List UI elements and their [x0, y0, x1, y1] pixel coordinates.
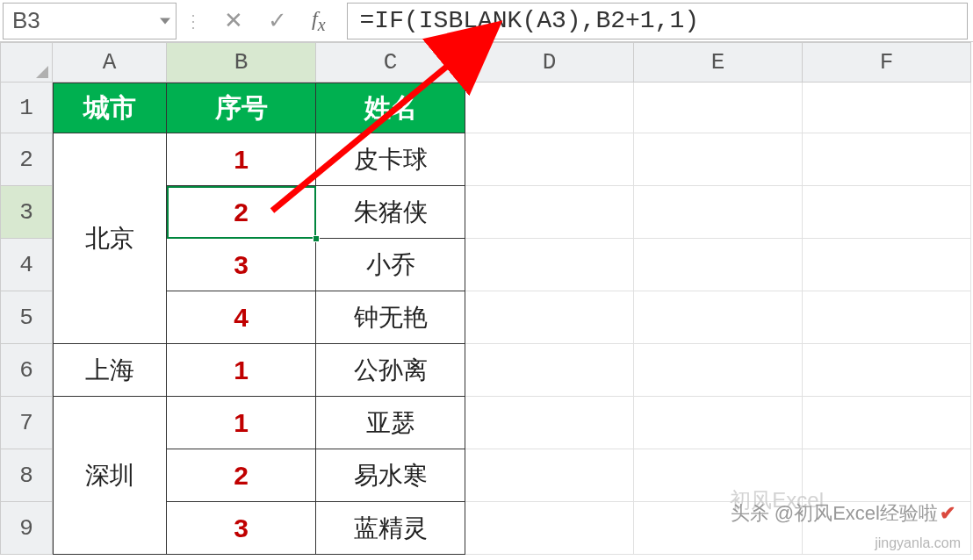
cell-D8[interactable] — [465, 449, 634, 502]
cell-E1[interactable] — [634, 83, 803, 133]
separator-dots: ⋮ — [177, 11, 212, 32]
cell-F4[interactable] — [803, 239, 971, 291]
cell-C2[interactable]: 皮卡球 — [316, 133, 465, 186]
cell-C5[interactable]: 钟无艳 — [316, 291, 465, 344]
cell-B8[interactable]: 2 — [167, 449, 316, 502]
enter-icon[interactable]: ✓ — [268, 7, 287, 34]
row-header-6[interactable]: 6 — [0, 344, 53, 397]
cell-A7-merged[interactable]: 深圳 — [53, 397, 167, 555]
cell-A2-merged[interactable]: 北京 — [53, 133, 167, 344]
row-header-8[interactable]: 8 — [0, 449, 53, 502]
cell-D3[interactable] — [465, 186, 634, 239]
cell-B4[interactable]: 3 — [167, 239, 316, 291]
row-header-7[interactable]: 7 — [0, 397, 53, 449]
col-header-D[interactable]: D — [465, 42, 634, 83]
cell-F7[interactable] — [803, 397, 971, 449]
col-header-E[interactable]: E — [634, 42, 803, 83]
name-box[interactable]: B3 — [3, 3, 177, 39]
cell-F6[interactable] — [803, 344, 971, 397]
cell-C7[interactable]: 亚瑟 — [316, 397, 465, 449]
cell-F2[interactable] — [803, 133, 971, 186]
cell-D4[interactable] — [465, 239, 634, 291]
cell-D9[interactable] — [465, 502, 634, 555]
watermark-site: jingyanla.com — [875, 535, 961, 551]
col-header-F[interactable]: F — [803, 42, 971, 83]
verified-icon: ✔ — [940, 502, 955, 525]
row-header-2[interactable]: 2 — [0, 133, 53, 186]
cell-C3[interactable]: 朱猪侠 — [316, 186, 465, 239]
cell-C8[interactable]: 易水寒 — [316, 449, 465, 502]
cell-E7[interactable] — [634, 397, 803, 449]
cell-F1[interactable] — [803, 83, 971, 133]
watermark-author: 头杀 @初风Excel经验啦✔ — [731, 500, 955, 527]
cell-B9[interactable]: 3 — [167, 502, 316, 555]
row-header-9[interactable]: 9 — [0, 502, 53, 555]
dropdown-icon[interactable] — [160, 18, 170, 24]
cell-B3[interactable]: 2 — [167, 186, 316, 239]
col-header-C[interactable]: C — [316, 42, 465, 83]
cell-D1[interactable] — [465, 83, 634, 133]
cell-E6[interactable] — [634, 344, 803, 397]
col-header-B[interactable]: B — [167, 42, 316, 83]
fx-icon[interactable]: fx — [312, 7, 326, 35]
cell-B1[interactable]: 序号 — [167, 83, 316, 133]
cell-E2[interactable] — [634, 133, 803, 186]
cell-A1[interactable]: 城市 — [53, 83, 167, 133]
select-all-corner[interactable] — [0, 42, 53, 83]
cell-B6[interactable]: 1 — [167, 344, 316, 397]
cell-E4[interactable] — [634, 239, 803, 291]
formula-bar: B3 ⋮ ✕ ✓ fx =IF(ISBLANK(A3),B2+1,1) — [0, 0, 973, 42]
formula-input[interactable]: =IF(ISBLANK(A3),B2+1,1) — [347, 3, 968, 39]
column-header-row: A B C D E F — [0, 42, 973, 83]
cell-C6[interactable]: 公孙离 — [316, 344, 465, 397]
cells-area: 城市 序号 姓名 北京 1 皮卡球 2 朱猪侠 — [53, 83, 971, 555]
row-header-4[interactable]: 4 — [0, 239, 53, 291]
fill-handle[interactable] — [313, 235, 320, 242]
row-headers: 1 2 3 4 5 6 7 8 9 — [0, 83, 53, 555]
row-header-5[interactable]: 5 — [0, 291, 53, 344]
cancel-icon[interactable]: ✕ — [224, 7, 243, 34]
cell-C9[interactable]: 蓝精灵 — [316, 502, 465, 555]
formula-buttons: ✕ ✓ fx — [212, 7, 338, 35]
row-header-3[interactable]: 3 — [0, 186, 53, 239]
cell-B7[interactable]: 1 — [167, 397, 316, 449]
cell-C4[interactable]: 小乔 — [316, 239, 465, 291]
formula-text: =IF(ISBLANK(A3),B2+1,1) — [360, 7, 699, 34]
cell-A6[interactable]: 上海 — [53, 344, 167, 397]
cell-E3[interactable] — [634, 186, 803, 239]
cell-B2[interactable]: 1 — [167, 133, 316, 186]
name-box-value: B3 — [12, 7, 40, 34]
cell-F3[interactable] — [803, 186, 971, 239]
col-header-A[interactable]: A — [53, 42, 167, 83]
cell-D7[interactable] — [465, 397, 634, 449]
cell-D2[interactable] — [465, 133, 634, 186]
cell-E5[interactable] — [634, 291, 803, 344]
cell-D5[interactable] — [465, 291, 634, 344]
cell-C1[interactable]: 姓名 — [316, 83, 465, 133]
grid-body: 1 2 3 4 5 6 7 8 9 城市 序号 姓名 北京 1 皮卡球 — [0, 83, 973, 555]
cell-F5[interactable] — [803, 291, 971, 344]
cell-D6[interactable] — [465, 344, 634, 397]
cell-B5[interactable]: 4 — [167, 291, 316, 344]
row-header-1[interactable]: 1 — [0, 83, 53, 133]
cell-F8[interactable] — [803, 449, 971, 502]
